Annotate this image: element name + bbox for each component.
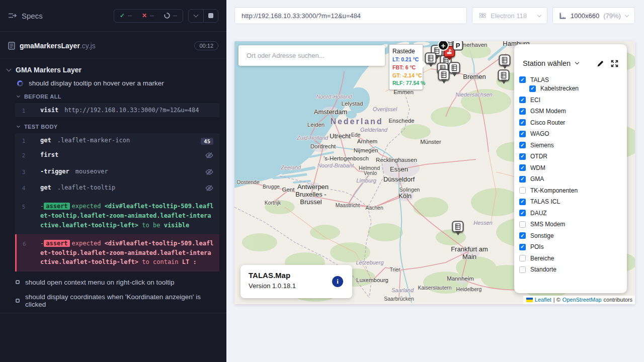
layer-checkbox-item[interactable]: SMS Modem bbox=[519, 221, 627, 228]
pending-icon bbox=[164, 13, 170, 19]
layer-checkbox-item[interactable]: ✓GMA bbox=[519, 175, 627, 183]
checkbox-checked[interactable]: ✓ bbox=[519, 131, 526, 137]
checkbox-unchecked[interactable] bbox=[519, 255, 526, 261]
station-panel-header: Station wählen bbox=[514, 58, 627, 69]
station-marker[interactable] bbox=[425, 52, 437, 64]
browser-select[interactable]: Electron 118 bbox=[472, 7, 547, 24]
command-row[interactable]: 6-assertexpected <div#leaflet-tooltip-50… bbox=[15, 234, 219, 272]
pending-test-icon bbox=[16, 299, 20, 303]
checkbox-checked[interactable]: ✓ bbox=[519, 244, 526, 250]
layer-checkbox-item[interactable]: ✓TALAS ICL bbox=[519, 198, 627, 206]
stop-icon bbox=[208, 13, 213, 18]
map-label-town: Venlo bbox=[364, 170, 377, 176]
reporter-header: Specs ✓ -- ✕ -- -- bbox=[0, 0, 226, 32]
layer-label: Siemens bbox=[530, 142, 554, 149]
marker-tooltip[interactable]: Rastede LT: 0.21 °CFBT: 6 °CGT: -2.14 °C… bbox=[389, 44, 423, 90]
checkbox-checked[interactable]: ✓ bbox=[519, 97, 526, 103]
layer-checkbox-item[interactable]: ✓Siemens bbox=[519, 141, 627, 149]
active-test[interactable]: should display tooltip on hover over a m… bbox=[17, 79, 218, 87]
layer-checkbox-item[interactable]: ✓OTDR bbox=[519, 153, 627, 160]
command-row[interactable]: 4get.leaflet-tooltip bbox=[15, 181, 219, 198]
station-marker[interactable] bbox=[498, 69, 510, 81]
command-row[interactable]: 2first bbox=[15, 148, 219, 165]
suite-gma-markers-layer[interactable]: GMA Markers Layer bbox=[7, 66, 218, 74]
spec-row[interactable]: gmaMarkersLayer.cy.js 00:12 bbox=[8, 38, 218, 53]
checkbox-checked[interactable]: ✓ bbox=[519, 210, 526, 216]
viewport-select[interactable]: 1000x660 (79%) bbox=[552, 7, 635, 24]
map-label-state: Hessen bbox=[473, 220, 492, 226]
info-button[interactable]: i bbox=[332, 276, 343, 287]
layer-checkbox-item[interactable]: TK-Komponenten bbox=[519, 187, 627, 194]
layer-checkbox-item[interactable]: ✓DAUZ bbox=[519, 209, 627, 217]
checkbox-unchecked[interactable] bbox=[519, 187, 526, 194]
antenna-icon bbox=[446, 48, 453, 55]
leaflet-link[interactable]: Leaflet bbox=[535, 297, 551, 303]
checkbox-unchecked[interactable] bbox=[519, 266, 526, 273]
parking-marker[interactable]: P bbox=[453, 41, 463, 51]
layer-label: TALAS bbox=[530, 76, 549, 83]
hook-test-body[interactable]: TEST BODY bbox=[17, 124, 218, 130]
layer-checkbox-item[interactable]: ✓TALAS bbox=[519, 76, 627, 83]
tooltip-measurement: GT: -2.14 °C bbox=[392, 72, 420, 80]
leaflet-map[interactable]: Noord-HollandLelystadAmsterdamEmmenOveri… bbox=[234, 41, 635, 304]
map-label-town: Brugge bbox=[263, 184, 280, 190]
layer-label: Standorte bbox=[530, 266, 556, 273]
map-label-town: Oostende bbox=[236, 179, 260, 185]
pending-test[interactable]: should open context menu on right-click … bbox=[16, 279, 218, 286]
expand-icon[interactable] bbox=[611, 60, 618, 67]
layer-checkbox-item[interactable]: ✓GSM Modem bbox=[519, 108, 627, 115]
layer-checkbox-item[interactable]: ✓POIs bbox=[519, 243, 627, 251]
command-row[interactable]: 3-triggermouseover bbox=[15, 164, 219, 181]
checkbox-checked[interactable]: ✓ bbox=[519, 142, 526, 148]
map-label-city-lg: Bremen bbox=[463, 73, 486, 81]
checkbox-checked[interactable]: ✓ bbox=[519, 108, 526, 115]
map-label-state: Niedersachsen bbox=[455, 92, 492, 98]
station-select[interactable]: Station wählen bbox=[523, 59, 579, 67]
station-marker[interactable] bbox=[438, 69, 450, 80]
station-marker[interactable] bbox=[449, 62, 460, 73]
checkbox-checked[interactable]: ✓ bbox=[519, 153, 526, 160]
command-row[interactable]: 1visithttp://192.168.10.33:3000/?m=12&u=… bbox=[15, 103, 219, 117]
layer-checkbox-item[interactable]: ✓Kabelstrecken bbox=[529, 85, 627, 93]
layer-checkbox-item[interactable]: Standorte bbox=[519, 266, 627, 274]
checkbox-unchecked[interactable] bbox=[519, 221, 526, 228]
pending-test-title: should display coordinates when 'Koordin… bbox=[25, 293, 218, 308]
layer-checkbox-item[interactable]: ✓Cisco Router bbox=[519, 119, 627, 126]
pending-tests: should open context menu on right-click … bbox=[0, 279, 226, 308]
command-row[interactable]: 5-assertexpected <div#leaflet-tooltip-50… bbox=[15, 197, 219, 234]
checkbox-checked[interactable]: ✓ bbox=[519, 176, 526, 183]
layer-checkbox-item[interactable]: ✓WAGO bbox=[519, 130, 627, 138]
map-search-input[interactable]: Ort oder Adresse suchen... bbox=[238, 45, 385, 66]
layer-checkbox-item[interactable]: Bereiche bbox=[519, 254, 627, 262]
station-marker[interactable] bbox=[452, 221, 464, 232]
stop-run-button[interactable] bbox=[203, 10, 218, 22]
layer-checkbox-item[interactable]: ✓ECI bbox=[519, 96, 627, 104]
spec-duration: 00:12 bbox=[194, 41, 218, 50]
pending-test[interactable]: should display coordinates when 'Koordin… bbox=[16, 293, 218, 308]
osm-link[interactable]: OpenStreetMap bbox=[562, 297, 602, 303]
command-row[interactable]: 1get.leaflet-marker-icon45 bbox=[15, 133, 219, 148]
station-rack-icon bbox=[452, 64, 457, 71]
map-label-city-lg: Amsterdam bbox=[314, 109, 347, 116]
checkbox-checked[interactable]: ✓ bbox=[519, 119, 526, 126]
layer-checkbox-item[interactable]: ✓WDM bbox=[519, 164, 627, 171]
checkbox-checked[interactable]: ✓ bbox=[519, 76, 526, 83]
checkbox-checked[interactable]: ✓ bbox=[519, 232, 526, 239]
collapse-all-button[interactable] bbox=[189, 10, 203, 22]
ukraine-flag-icon bbox=[526, 298, 533, 302]
specs-menu-icon[interactable] bbox=[8, 12, 17, 19]
layer-label: GMA bbox=[530, 175, 544, 183]
layer-checkbox-item[interactable]: ✓Sonstige bbox=[519, 232, 627, 239]
station-marker[interactable] bbox=[499, 54, 511, 66]
checkbox-checked[interactable]: ✓ bbox=[529, 85, 536, 92]
electron-icon bbox=[478, 12, 487, 20]
checkbox-checked[interactable]: ✓ bbox=[519, 164, 526, 171]
map-label-town: Kaiserslautern bbox=[418, 285, 451, 291]
edit-pencil-icon[interactable] bbox=[597, 60, 604, 67]
command-number: 6 bbox=[17, 239, 32, 267]
hook-before-all[interactable]: BEFORE ALL bbox=[17, 94, 218, 100]
checkbox-checked[interactable]: ✓ bbox=[519, 199, 526, 205]
tooltip-measurement: RLF: 77.54 % bbox=[392, 79, 420, 87]
aut-url-bar[interactable]: http://192.168.10.33:3000/?m=12&u=484 bbox=[234, 7, 467, 24]
map-label-city: Lelystad bbox=[342, 101, 363, 107]
